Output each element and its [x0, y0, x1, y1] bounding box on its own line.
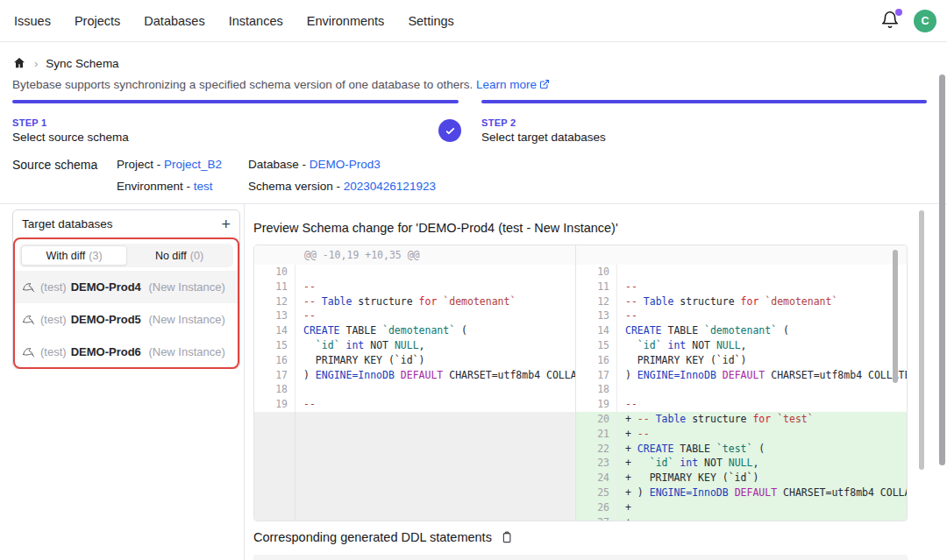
check-icon	[445, 125, 456, 137]
line-code: `id` int NOT NULL,	[617, 338, 907, 353]
tab-no-diff[interactable]: No diff(0)	[127, 245, 231, 266]
field-value-link[interactable]: 20230426121923	[344, 180, 436, 193]
home-icon[interactable]	[12, 56, 26, 70]
line-code	[295, 265, 575, 280]
diff-line: 25+ ) ENGINE=InnoDB DEFAULT CHARSET=utf8…	[576, 486, 907, 500]
step1-title: Select source schema	[12, 131, 129, 144]
target-database-list: (test) DEMO-Prod4 (New Instance)(test) D…	[15, 271, 238, 368]
nav-item-settings[interactable]: Settings	[408, 14, 453, 28]
line-code: --	[295, 280, 575, 294]
source-field: Environment - test	[117, 180, 248, 193]
line-code	[617, 265, 907, 280]
db-environment: (test)	[40, 345, 67, 358]
diff-line: 20+ -- Table structure for `test`	[576, 412, 907, 427]
field-label: Project -	[117, 158, 164, 171]
diff-line: 11--	[254, 280, 575, 294]
nav-item-databases[interactable]: Databases	[144, 14, 204, 28]
diff-line: 16 PRIMARY KEY (`id`)	[254, 353, 575, 368]
content-scrollbar[interactable]	[919, 210, 924, 470]
chevron-right-icon: ›	[34, 57, 38, 70]
line-number: 19	[576, 397, 617, 412]
diff-target-lines: 1011--12-- Table structure for `demotena…	[576, 265, 907, 521]
diff-pane-source: @@ -10,19 +10,35 @@ 1011--12-- Table str…	[254, 245, 576, 521]
avatar[interactable]: C	[914, 10, 936, 32]
source-schema-label: Source schema	[12, 158, 97, 172]
ddl-statements-title: Corresponding generated DDL statements	[253, 530, 492, 544]
line-code: --	[617, 397, 907, 412]
line-number: 16	[254, 353, 295, 368]
nav-items: IssuesProjectsDatabasesInstancesEnvironm…	[0, 14, 454, 28]
target-list-highlight: With diff(3)No diff(0) (test) DEMO-Prod4…	[13, 237, 239, 369]
line-number: 20	[576, 412, 617, 427]
breadcrumb: › Sync Schema	[12, 56, 119, 70]
field-value-link[interactable]: DEMO-Prod3	[310, 158, 381, 171]
diff-hunk-header: @@ -10,19 +10,35 @@	[254, 245, 575, 265]
line-number: 18	[254, 382, 295, 397]
db-suffix: (New Instance)	[146, 345, 225, 358]
field-value-link[interactable]: Project_B2	[164, 158, 222, 171]
nav-item-instances[interactable]: Instances	[229, 14, 283, 28]
line-code	[295, 382, 575, 397]
diff-line: 27+ --	[576, 515, 907, 521]
database-item-demo-prod6[interactable]: (test) DEMO-Prod6 (New Instance)	[15, 336, 238, 368]
tab-count: (3)	[89, 250, 102, 262]
line-number: 26	[576, 500, 617, 515]
line-code: PRIMARY KEY (`id`)	[295, 353, 575, 368]
database-item-demo-prod5[interactable]: (test) DEMO-Prod5 (New Instance)	[15, 303, 238, 336]
line-number: 21	[576, 427, 617, 442]
line-number: 24	[576, 471, 617, 486]
schema-diff-viewer: @@ -10,19 +10,35 @@ 1011--12-- Table str…	[253, 245, 908, 521]
field-label: Database -	[248, 158, 310, 171]
diff-line: 15 `id` int NOT NULL,	[254, 338, 575, 353]
database-item-demo-prod4[interactable]: (test) DEMO-Prod4 (New Instance)	[15, 271, 238, 303]
step1-label: STEP 1	[12, 117, 47, 128]
diff-source-lines: 1011--12-- Table structure for `demotena…	[254, 265, 575, 412]
notification-dot	[895, 9, 902, 16]
intro-text: Bytebase supports synchronizing a specif…	[12, 78, 550, 91]
nav-item-issues[interactable]: Issues	[14, 14, 51, 28]
db-name: DEMO-Prod4	[71, 280, 141, 294]
notifications-button[interactable]	[880, 11, 901, 32]
line-code: -- Table structure for `demotenant`	[617, 294, 907, 309]
field-value-link[interactable]: test	[194, 180, 213, 193]
copy-icon[interactable]	[500, 530, 513, 544]
db-name: DEMO-Prod6	[71, 345, 141, 358]
line-number: 10	[254, 265, 295, 280]
source-field: Project - Project_B2	[117, 158, 248, 171]
line-code: + --	[617, 515, 907, 521]
ddl-code-block	[253, 555, 908, 560]
diff-line: 15 `id` int NOT NULL,	[576, 338, 907, 353]
source-field: Schema version - 20230426121923	[248, 180, 436, 193]
breadcrumb-page: Sync Schema	[46, 57, 118, 70]
line-number: 11	[576, 280, 617, 294]
learn-more-link[interactable]: Learn more	[476, 78, 537, 91]
nav-item-environments[interactable]: Environments	[307, 14, 385, 28]
page-scrollbar[interactable]	[939, 74, 945, 465]
line-number: 18	[576, 382, 617, 397]
tab-with-diff[interactable]: With diff(3)	[21, 245, 127, 266]
source-field: Database - DEMO-Prod3	[248, 158, 436, 171]
db-suffix: (New Instance)	[146, 313, 225, 326]
line-number: 14	[576, 323, 617, 338]
diff-line: 19--	[576, 397, 907, 412]
diff-pane-scrollbar[interactable]	[893, 250, 898, 383]
intro-sentence: Bytebase supports synchronizing a specif…	[12, 78, 473, 91]
diff-line: 17) ENGINE=InnoDB DEFAULT CHARSET=utf8mb…	[254, 368, 575, 383]
field-label: Environment -	[117, 180, 194, 193]
diff-line: 10	[254, 265, 575, 280]
line-number: 16	[576, 353, 617, 368]
add-target-database-button[interactable]: +	[221, 216, 231, 232]
line-code: + `id` int NOT NULL,	[617, 456, 907, 471]
diff-line: 11--	[576, 280, 907, 294]
line-number: 27	[576, 515, 617, 521]
diff-line: 12-- Table structure for `demotenant`	[576, 294, 907, 309]
line-code: --	[295, 308, 575, 323]
diff-line: 17) ENGINE=InnoDB DEFAULT CHARSET=utf8mb…	[576, 368, 907, 383]
line-code: --	[617, 280, 907, 294]
section-divider	[0, 203, 947, 204]
line-code: -- Table structure for `demotenant`	[295, 294, 575, 309]
line-code: + --	[617, 427, 907, 442]
nav-item-projects[interactable]: Projects	[75, 14, 120, 28]
line-number: 19	[254, 397, 295, 412]
line-number: 13	[254, 308, 295, 323]
